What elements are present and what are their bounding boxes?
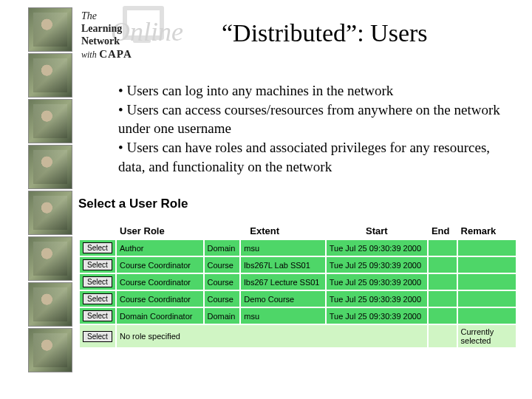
cell-end — [429, 274, 457, 290]
decorative-photo — [28, 53, 72, 98]
select-button[interactable]: Select — [83, 310, 112, 321]
decorative-photo — [28, 99, 72, 143]
cell-extent-val: msu — [241, 308, 324, 324]
cell-end — [429, 325, 457, 347]
th-extent: Extent — [205, 223, 325, 239]
decorative-photo — [28, 145, 72, 189]
table-row: Select Author Domain msu Tue Jul 25 09:3… — [80, 240, 516, 256]
bullet-text: Users can log into any machines in the n… — [126, 83, 393, 98]
decorative-photo — [28, 191, 72, 235]
cell-remark: Currently selected — [458, 325, 516, 347]
cell-role: Course Coordinator — [117, 291, 203, 307]
cell-extent-val: msu — [241, 240, 324, 256]
cell-remark — [458, 274, 516, 290]
cell-extent-val: lbs267L Lab SS01 — [241, 257, 324, 273]
cell-extent-type: Course — [205, 274, 240, 290]
cell-role: Course Coordinator — [117, 274, 203, 290]
cell-end — [429, 308, 457, 324]
decorative-photo — [28, 328, 72, 372]
bullet-item: • Users can have roles and associated pr… — [118, 138, 510, 176]
cell-start: Tue Jul 25 09:30:39 2000 — [327, 291, 427, 307]
select-button[interactable]: Select — [83, 331, 112, 342]
table-row: Select Course Coordinator Course lbs267L… — [80, 257, 516, 273]
select-button[interactable]: Select — [83, 276, 112, 287]
bullet-text: Users can have roles and associated priv… — [118, 140, 490, 174]
cell-extent-val: lbs267 Lecture SS01 — [241, 274, 324, 290]
cell-end — [429, 240, 457, 256]
cell-extent-val: Demo Course — [241, 291, 324, 307]
decorative-photo — [28, 236, 72, 281]
page-title: “Distributed”: Users — [222, 19, 428, 47]
th-start: Start — [327, 223, 427, 239]
cell-extent-type: Domain — [205, 240, 240, 256]
cell-extent-type: Course — [205, 291, 240, 307]
decorative-photo — [28, 7, 72, 52]
table-header-row: User Role Extent Start End Remark — [80, 223, 516, 239]
cell-end — [429, 257, 457, 273]
th-end: End — [429, 223, 457, 239]
cell-role: Course Coordinator — [117, 257, 203, 273]
table-row-selected: Select No role specified Currently selec… — [80, 325, 516, 347]
cell-remark — [458, 308, 516, 324]
table-row: Select Course Coordinator Course Demo Co… — [80, 291, 516, 307]
select-button[interactable]: Select — [83, 242, 112, 253]
cell-start: Tue Jul 25 09:30:39 2000 — [327, 308, 427, 324]
sidebar-photos — [28, 7, 72, 372]
cell-start: Tue Jul 25 09:30:39 2000 — [327, 257, 427, 273]
th-select — [80, 223, 115, 239]
select-role-heading: Select a User Role — [78, 197, 188, 211]
th-remark: Remark — [458, 223, 516, 239]
select-button[interactable]: Select — [83, 293, 112, 304]
cell-extent-type: Domain — [205, 308, 240, 324]
cell-remark — [458, 291, 516, 307]
decorative-photo — [28, 282, 72, 327]
cell-remark — [458, 257, 516, 273]
select-button[interactable]: Select — [83, 259, 112, 270]
bullet-text: Users can access courses/resources from … — [118, 102, 500, 137]
cell-start: Tue Jul 25 09:30:39 2000 — [327, 274, 427, 290]
table-row: Select Domain Coordinator Domain msu Tue… — [80, 308, 516, 324]
bullet-list: • Users can log into any machines in the… — [118, 81, 510, 176]
logo-network: Network — [81, 35, 120, 47]
cell-start: Tue Jul 25 09:30:39 2000 — [327, 240, 427, 256]
logo-capa: CAPA — [99, 48, 132, 60]
cell-extent-type: Course — [205, 257, 240, 273]
logo-with: with — [81, 50, 97, 60]
bullet-item: • Users can log into any machines in the… — [118, 81, 510, 100]
bullet-item: • Users can access courses/resources fro… — [118, 100, 510, 138]
cell-end — [429, 291, 457, 307]
cell-role: Author — [117, 240, 203, 256]
logo-learning: Learning — [81, 23, 122, 34]
lon-capa-logo: Online The Learning Network with CAPA — [81, 10, 132, 61]
cell-remark — [458, 240, 516, 256]
cell-role: No role specified — [117, 325, 427, 347]
table-row: Select Course Coordinator Course lbs267 … — [80, 274, 516, 290]
cell-role: Domain Coordinator — [117, 308, 203, 324]
th-role: User Role — [117, 223, 203, 239]
user-role-table: User Role Extent Start End Remark Select… — [78, 222, 517, 349]
logo-the: The — [81, 10, 97, 21]
